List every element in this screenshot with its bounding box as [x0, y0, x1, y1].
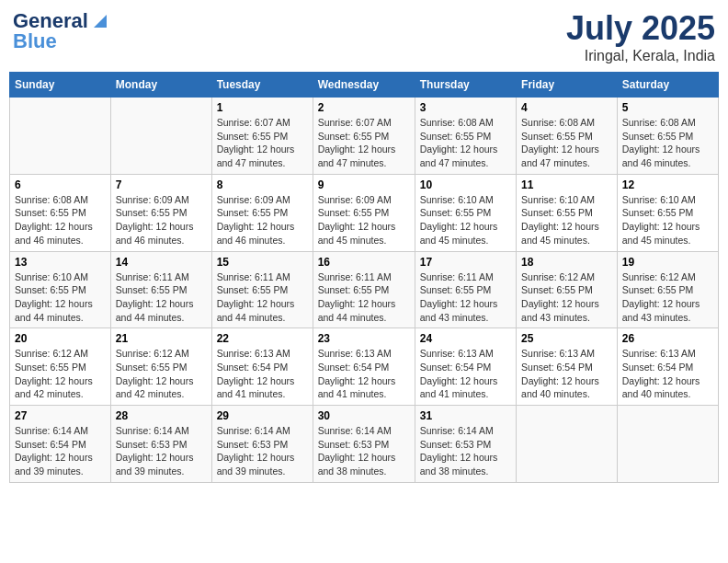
day-info: Sunrise: 6:10 AMSunset: 6:55 PMDaylight:…	[15, 270, 106, 325]
day-info: Sunrise: 6:11 AMSunset: 6:55 PMDaylight:…	[420, 270, 511, 325]
day-info: Sunrise: 6:11 AMSunset: 6:55 PMDaylight:…	[116, 270, 207, 325]
day-number: 22	[217, 332, 308, 345]
calendar-cell: 3Sunrise: 6:08 AMSunset: 6:55 PMDaylight…	[415, 98, 516, 175]
day-info: Sunrise: 6:12 AMSunset: 6:55 PMDaylight:…	[116, 347, 207, 401]
logo: General Blue	[13, 9, 107, 53]
day-number: 19	[622, 256, 713, 269]
day-info: Sunrise: 6:12 AMSunset: 6:55 PMDaylight:…	[15, 347, 106, 401]
day-info: Sunrise: 6:13 AMSunset: 6:54 PMDaylight:…	[622, 347, 713, 401]
calendar-cell: 22Sunrise: 6:13 AMSunset: 6:54 PMDayligh…	[211, 328, 313, 406]
day-info: Sunrise: 6:10 AMSunset: 6:55 PMDaylight:…	[622, 193, 713, 247]
column-header-tuesday: Tuesday	[211, 73, 313, 98]
calendar-cell: 13Sunrise: 6:10 AMSunset: 6:55 PMDayligh…	[10, 251, 111, 328]
day-number: 4	[521, 101, 612, 114]
calendar-cell: 10Sunrise: 6:10 AMSunset: 6:55 PMDayligh…	[415, 174, 516, 251]
day-info: Sunrise: 6:13 AMSunset: 6:54 PMDaylight:…	[318, 347, 410, 401]
day-number: 21	[116, 332, 207, 345]
day-info: Sunrise: 6:09 AMSunset: 6:55 PMDaylight:…	[116, 193, 207, 247]
day-number: 29	[217, 409, 308, 422]
day-number: 26	[622, 332, 713, 345]
day-info: Sunrise: 6:09 AMSunset: 6:55 PMDaylight:…	[318, 193, 410, 247]
day-number: 12	[622, 178, 713, 191]
column-header-wednesday: Wednesday	[313, 73, 415, 98]
day-number: 9	[318, 178, 410, 191]
day-info: Sunrise: 6:13 AMSunset: 6:54 PMDaylight:…	[217, 347, 308, 401]
calendar-cell: 27Sunrise: 6:14 AMSunset: 6:54 PMDayligh…	[10, 406, 111, 483]
week-row-5: 27Sunrise: 6:14 AMSunset: 6:54 PMDayligh…	[10, 406, 719, 483]
column-header-monday: Monday	[110, 73, 211, 98]
calendar-cell: 29Sunrise: 6:14 AMSunset: 6:53 PMDayligh…	[211, 406, 313, 483]
logo-icon	[90, 11, 107, 28]
calendar-cell: 1Sunrise: 6:07 AMSunset: 6:55 PMDaylight…	[211, 98, 313, 175]
calendar-cell: 11Sunrise: 6:10 AMSunset: 6:55 PMDayligh…	[517, 174, 618, 251]
day-number: 11	[521, 178, 612, 191]
calendar-cell: 16Sunrise: 6:11 AMSunset: 6:55 PMDayligh…	[313, 251, 415, 328]
column-header-thursday: Thursday	[415, 73, 516, 98]
calendar-cell: 25Sunrise: 6:13 AMSunset: 6:54 PMDayligh…	[517, 328, 618, 406]
day-info: Sunrise: 6:13 AMSunset: 6:54 PMDaylight:…	[420, 347, 511, 401]
day-info: Sunrise: 6:12 AMSunset: 6:55 PMDaylight:…	[521, 270, 612, 325]
day-number: 16	[318, 256, 410, 269]
day-number: 7	[116, 178, 207, 191]
column-header-friday: Friday	[517, 73, 618, 98]
day-number: 31	[420, 409, 511, 422]
week-row-4: 20Sunrise: 6:12 AMSunset: 6:55 PMDayligh…	[10, 328, 719, 406]
day-number: 3	[420, 101, 511, 114]
calendar-cell: 15Sunrise: 6:11 AMSunset: 6:55 PMDayligh…	[211, 251, 313, 328]
week-row-3: 13Sunrise: 6:10 AMSunset: 6:55 PMDayligh…	[10, 251, 719, 328]
calendar-cell: 7Sunrise: 6:09 AMSunset: 6:55 PMDaylight…	[110, 174, 211, 251]
page-title: July 2025	[566, 9, 715, 48]
calendar-cell: 17Sunrise: 6:11 AMSunset: 6:55 PMDayligh…	[415, 251, 516, 328]
day-info: Sunrise: 6:11 AMSunset: 6:55 PMDaylight:…	[217, 270, 308, 325]
day-number: 6	[15, 178, 106, 191]
day-number: 13	[15, 256, 106, 269]
calendar-cell: 18Sunrise: 6:12 AMSunset: 6:55 PMDayligh…	[517, 251, 618, 328]
day-number: 5	[622, 101, 713, 114]
logo-blue-text: Blue	[13, 29, 57, 53]
calendar-cell	[617, 406, 718, 483]
calendar-cell	[110, 98, 211, 175]
calendar-cell: 2Sunrise: 6:07 AMSunset: 6:55 PMDaylight…	[313, 98, 415, 175]
calendar-cell	[10, 98, 111, 175]
calendar-cell: 14Sunrise: 6:11 AMSunset: 6:55 PMDayligh…	[110, 251, 211, 328]
calendar-cell: 21Sunrise: 6:12 AMSunset: 6:55 PMDayligh…	[110, 328, 211, 406]
calendar-cell: 4Sunrise: 6:08 AMSunset: 6:55 PMDaylight…	[517, 98, 618, 175]
calendar-cell: 28Sunrise: 6:14 AMSunset: 6:53 PMDayligh…	[110, 406, 211, 483]
calendar-cell: 26Sunrise: 6:13 AMSunset: 6:54 PMDayligh…	[617, 328, 718, 406]
calendar-cell: 30Sunrise: 6:14 AMSunset: 6:53 PMDayligh…	[313, 406, 415, 483]
day-number: 27	[15, 409, 106, 422]
day-number: 28	[116, 409, 207, 422]
day-number: 17	[420, 256, 511, 269]
day-number: 8	[217, 178, 308, 191]
day-info: Sunrise: 6:08 AMSunset: 6:55 PMDaylight:…	[521, 116, 612, 170]
calendar-cell: 12Sunrise: 6:10 AMSunset: 6:55 PMDayligh…	[617, 174, 718, 251]
day-info: Sunrise: 6:10 AMSunset: 6:55 PMDaylight:…	[420, 193, 511, 247]
day-number: 14	[116, 256, 207, 269]
day-info: Sunrise: 6:14 AMSunset: 6:53 PMDaylight:…	[318, 424, 410, 478]
page-subtitle: Iringal, Kerala, India	[566, 48, 715, 64]
day-number: 25	[521, 332, 612, 345]
calendar-cell: 19Sunrise: 6:12 AMSunset: 6:55 PMDayligh…	[617, 251, 718, 328]
day-number: 15	[217, 256, 308, 269]
calendar-cell: 31Sunrise: 6:14 AMSunset: 6:53 PMDayligh…	[415, 406, 516, 483]
page-header: General Blue July 2025 Iringal, Kerala, …	[9, 9, 719, 64]
calendar-cell: 20Sunrise: 6:12 AMSunset: 6:55 PMDayligh…	[10, 328, 111, 406]
week-row-1: 1Sunrise: 6:07 AMSunset: 6:55 PMDaylight…	[10, 98, 719, 175]
day-info: Sunrise: 6:12 AMSunset: 6:55 PMDaylight:…	[622, 270, 713, 325]
day-info: Sunrise: 6:10 AMSunset: 6:55 PMDaylight:…	[521, 193, 612, 247]
day-number: 10	[420, 178, 511, 191]
svg-marker-0	[94, 15, 107, 28]
calendar-cell: 24Sunrise: 6:13 AMSunset: 6:54 PMDayligh…	[415, 328, 516, 406]
day-info: Sunrise: 6:07 AMSunset: 6:55 PMDaylight:…	[318, 116, 410, 170]
calendar-table: SundayMondayTuesdayWednesdayThursdayFrid…	[9, 72, 719, 483]
calendar-cell: 9Sunrise: 6:09 AMSunset: 6:55 PMDaylight…	[313, 174, 415, 251]
day-number: 23	[318, 332, 410, 345]
day-info: Sunrise: 6:14 AMSunset: 6:53 PMDaylight:…	[217, 424, 308, 478]
day-number: 30	[318, 409, 410, 422]
day-info: Sunrise: 6:09 AMSunset: 6:55 PMDaylight:…	[217, 193, 308, 247]
day-number: 20	[15, 332, 106, 345]
column-header-saturday: Saturday	[617, 73, 718, 98]
calendar-cell: 8Sunrise: 6:09 AMSunset: 6:55 PMDaylight…	[211, 174, 313, 251]
column-header-sunday: Sunday	[10, 73, 111, 98]
day-info: Sunrise: 6:14 AMSunset: 6:53 PMDaylight:…	[116, 424, 207, 478]
